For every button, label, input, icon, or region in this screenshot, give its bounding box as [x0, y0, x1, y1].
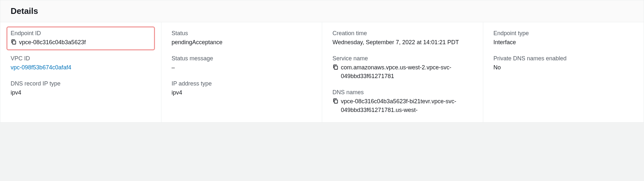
service-name-field: Service name com.amazonaws.vpce.us-west-…: [332, 55, 473, 81]
svg-rect-2: [334, 100, 338, 103]
status-message-label: Status message: [172, 55, 312, 62]
vpc-id-field: VPC ID vpc-098f53b674c0afaf4: [11, 55, 151, 72]
copy-icon[interactable]: [11, 39, 16, 45]
svg-rect-1: [334, 66, 338, 69]
creation-time-label: Creation time: [332, 30, 473, 37]
details-column-2: Status pendingAcceptance Status message …: [161, 22, 322, 122]
private-dns-value: No: [494, 63, 634, 72]
dns-names-label: DNS names: [332, 89, 473, 96]
details-column-4: Endpoint type Interface Private DNS name…: [483, 22, 644, 122]
dns-record-ip-type-field: DNS record IP type ipv4: [11, 80, 151, 97]
copy-icon[interactable]: [332, 98, 338, 104]
ip-address-type-field: IP address type ipv4: [172, 80, 312, 97]
private-dns-label: Private DNS names enabled: [494, 55, 634, 62]
dns-record-ip-type-value: ipv4: [11, 88, 151, 97]
details-panel-header: Details: [0, 0, 644, 22]
creation-time-value: Wednesday, September 7, 2022 at 14:01:21…: [332, 38, 473, 47]
details-body: Endpoint ID vpce-08c316c04b3a5623f VPC I…: [0, 22, 644, 122]
endpoint-id-highlight: Endpoint ID vpce-08c316c04b3a5623f: [6, 26, 155, 50]
dns-names-field: DNS names vpce-08c316c04b3a5623f-bi21tev…: [332, 89, 473, 115]
status-value: pendingAcceptance: [172, 38, 312, 47]
ip-address-type-label: IP address type: [172, 80, 312, 87]
vpc-id-link[interactable]: vpc-098f53b674c0afaf4: [11, 63, 151, 72]
details-title: Details: [11, 6, 633, 16]
ip-address-type-value: ipv4: [172, 88, 312, 97]
dns-record-ip-type-label: DNS record IP type: [11, 80, 151, 87]
status-message-value: –: [172, 63, 312, 72]
creation-time-field: Creation time Wednesday, September 7, 20…: [332, 30, 473, 47]
status-field: Status pendingAcceptance: [172, 30, 312, 47]
endpoint-type-label: Endpoint type: [494, 30, 634, 37]
endpoint-type-field: Endpoint type Interface: [494, 30, 634, 47]
status-message-field: Status message –: [172, 55, 312, 72]
svg-rect-0: [13, 41, 16, 44]
endpoint-id-value: vpce-08c316c04b3a5623f: [19, 38, 86, 47]
endpoint-id-label: Endpoint ID: [11, 30, 151, 37]
endpoint-type-value: Interface: [494, 38, 634, 47]
status-label: Status: [172, 30, 312, 37]
private-dns-field: Private DNS names enabled No: [494, 55, 634, 72]
details-column-3: Creation time Wednesday, September 7, 20…: [322, 22, 483, 122]
details-panel: Details Endpoint ID vpce-08c316c04b3a562…: [0, 0, 644, 123]
service-name-label: Service name: [332, 55, 473, 62]
details-column-1: Endpoint ID vpce-08c316c04b3a5623f VPC I…: [0, 22, 161, 122]
dns-names-value: vpce-08c316c04b3a5623f-bi21tevr.vpce-svc…: [341, 97, 473, 115]
vpc-id-label: VPC ID: [11, 55, 151, 62]
copy-icon[interactable]: [332, 64, 338, 70]
service-name-value: com.amazonaws.vpce.us-west-2.vpce-svc-04…: [341, 63, 473, 81]
